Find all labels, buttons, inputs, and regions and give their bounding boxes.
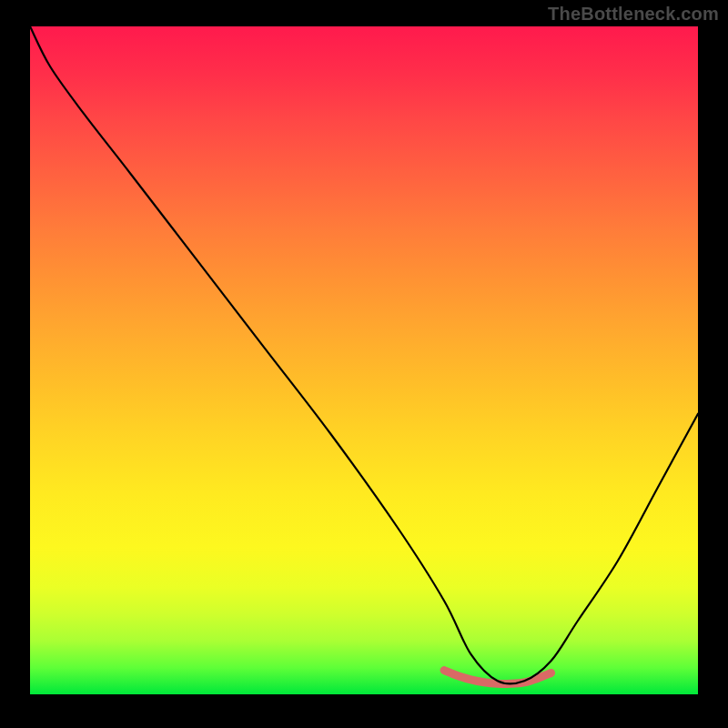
plot-area: [30, 26, 698, 694]
bottleneck-chart: [30, 26, 698, 694]
watermark-text: TheBottleneck.com: [548, 4, 719, 25]
bottleneck-curve-black: [30, 26, 698, 684]
chart-frame: TheBottleneck.com: [0, 0, 728, 728]
